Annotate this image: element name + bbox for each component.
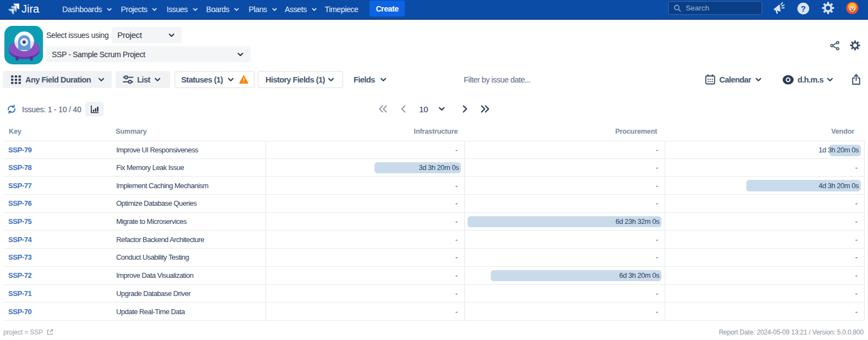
svg-text:?: ? xyxy=(801,4,806,13)
